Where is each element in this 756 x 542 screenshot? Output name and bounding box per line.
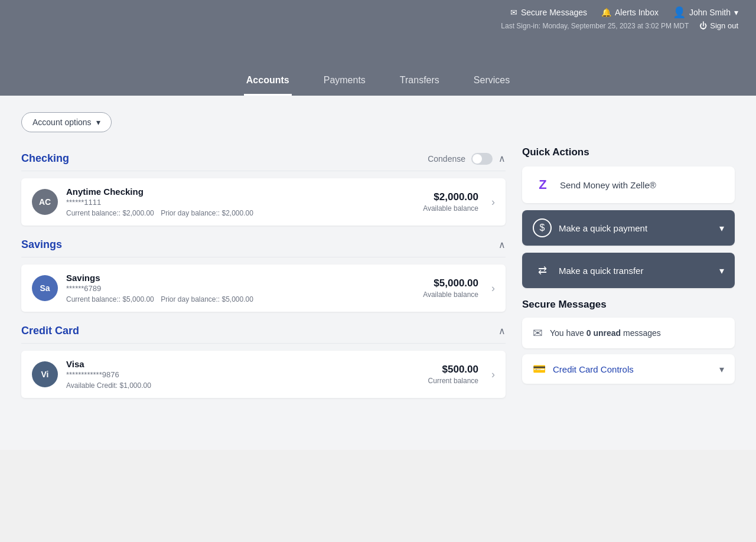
checking-current-balance: Current balance:: $2,000.00 <box>66 209 154 217</box>
chevron-down-icon: ▾ <box>96 117 100 127</box>
envelope-icon: ✉ <box>510 8 517 17</box>
credit-card-avatar: Vi <box>32 361 58 387</box>
cc-controls-chevron-down-icon: ▾ <box>719 364 724 375</box>
payment-icon: $ <box>533 218 552 237</box>
message-envelope-icon: ✉ <box>533 326 543 340</box>
last-signin-area: Last Sign-in: Monday, September 25, 2023… <box>0 21 756 34</box>
transfer-icon: ⇄ <box>533 261 552 280</box>
credit-card-amount: $500.00 <box>442 364 478 376</box>
savings-chevron-right: › <box>491 282 495 295</box>
header: ✉ Secure Messages 🔔 Alerts Inbox 👤 John … <box>0 0 756 96</box>
savings-avatar: Sa <box>32 275 58 301</box>
checking-prior-balance: Prior day balance:: $2,000.00 <box>161 209 253 217</box>
main-nav: Accounts Payments Transfers Services <box>0 69 756 96</box>
user-avatar-icon: 👤 <box>673 6 686 19</box>
credit-card-account-right: $500.00 Current balance <box>428 364 478 385</box>
credit-card-account-name: Visa <box>66 359 420 369</box>
payment-chevron-down-icon: ▾ <box>719 223 724 234</box>
user-menu[interactable]: 👤 John Smith ▾ <box>673 6 738 19</box>
secure-messages-label: Secure Messages <box>521 8 587 17</box>
credit-card-collapse-icon[interactable]: ∧ <box>498 325 506 337</box>
savings-section-header: Savings ∧ <box>21 233 506 257</box>
savings-account-card[interactable]: Sa Savings ******6789 Current balance:: … <box>21 265 506 312</box>
credit-card-controls-label: Credit Card Controls <box>553 364 712 374</box>
condense-label: Condense <box>428 154 465 164</box>
savings-amount: $5,000.00 <box>434 277 478 289</box>
unread-messages-card[interactable]: ✉ You have 0 unread messages <box>522 318 735 348</box>
savings-account-info: Savings ******6789 Current balance:: $5,… <box>66 273 415 303</box>
credit-card-account-info: Visa ************9876 Available Credit: … <box>66 359 420 390</box>
transfer-chevron-down-icon: ▾ <box>719 265 724 276</box>
account-options-button[interactable]: Account options ▾ <box>21 112 112 132</box>
condense-toggle[interactable] <box>471 153 493 165</box>
credit-card-balance-label: Current balance <box>428 377 478 385</box>
checking-section-header: Checking Condense ∧ <box>21 146 506 171</box>
checking-amount: $2,000.00 <box>434 191 478 203</box>
nav-transfers[interactable]: Transfers <box>397 69 442 96</box>
last-signin-text: Last Sign-in: Monday, September 25, 2023… <box>501 22 689 30</box>
zelle-action-card[interactable]: Z Send Money with Zelle® <box>522 166 735 203</box>
quick-actions-column: Quick Actions Z Send Money with Zelle® $… <box>522 146 735 405</box>
sign-out-label: Sign out <box>710 21 738 30</box>
zelle-label: Send Money with Zelle® <box>560 180 724 190</box>
secure-messages-section-title: Secure Messages <box>522 299 735 311</box>
checking-account-card[interactable]: AC Anytime Checking ******1111 Current b… <box>21 178 506 226</box>
savings-title: Savings <box>21 239 62 251</box>
credit-card-account-card[interactable]: Vi Visa ************9876 Available Credi… <box>21 351 506 398</box>
quick-actions-title: Quick Actions <box>522 146 735 158</box>
nav-accounts[interactable]: Accounts <box>244 69 292 96</box>
user-name: John Smith <box>689 8 731 17</box>
savings-collapse-icon[interactable]: ∧ <box>498 239 506 250</box>
credit-card-balances: Available Credit: $1,000.00 <box>66 381 420 390</box>
secure-messages-link[interactable]: ✉ Secure Messages <box>510 8 587 17</box>
header-top: ✉ Secure Messages 🔔 Alerts Inbox 👤 John … <box>0 0 756 21</box>
main-content: Account options ▾ Checking Condense ∧ AC <box>0 96 756 450</box>
sign-out-button[interactable]: ⏻ Sign out <box>699 21 738 30</box>
credit-card-controls-card[interactable]: 💳 Credit Card Controls ▾ <box>522 354 735 384</box>
savings-account-number: ******6789 <box>66 284 415 293</box>
savings-account-name: Savings <box>66 273 415 283</box>
nav-payments[interactable]: Payments <box>321 69 368 96</box>
chevron-down-icon: ▾ <box>734 8 738 17</box>
credit-card-controls-icon: 💳 <box>533 363 546 376</box>
transfer-label: Make a quick transfer <box>559 266 712 276</box>
checking-avatar: AC <box>32 189 58 215</box>
bell-icon: 🔔 <box>601 8 611 17</box>
savings-section: Savings ∧ Sa Savings ******6789 Current … <box>21 233 506 312</box>
credit-card-chevron-right: › <box>491 368 495 381</box>
checking-controls: Condense ∧ <box>428 153 506 165</box>
account-options-label: Account options <box>32 117 92 127</box>
savings-account-right: $5,000.00 Available balance <box>423 277 478 299</box>
zelle-icon: Z <box>533 175 553 195</box>
credit-card-section-header: Credit Card ∧ <box>21 319 506 344</box>
nav-services[interactable]: Services <box>471 69 512 96</box>
checking-balances: Current balance:: $2,000.00 Prior day ba… <box>66 209 415 217</box>
savings-balance-label: Available balance <box>423 290 478 299</box>
unread-count-bold: 0 unread <box>586 328 621 338</box>
accounts-column: Checking Condense ∧ AC Anytime Checking … <box>21 146 506 405</box>
alerts-inbox-link[interactable]: 🔔 Alerts Inbox <box>601 8 659 17</box>
credit-card-section: Credit Card ∧ Vi Visa ************9876 A… <box>21 319 506 398</box>
savings-prior-balance: Prior day balance:: $5,000.00 <box>161 295 253 303</box>
credit-card-account-number: ************9876 <box>66 370 420 379</box>
checking-account-info: Anytime Checking ******1111 Current bala… <box>66 187 415 217</box>
checking-balance-label: Available balance <box>423 204 478 213</box>
savings-current-balance: Current balance:: $5,000.00 <box>66 295 154 303</box>
quick-payment-card[interactable]: $ Make a quick payment ▾ <box>522 210 735 246</box>
checking-title: Checking <box>21 152 69 165</box>
alerts-inbox-label: Alerts Inbox <box>615 8 659 17</box>
checking-section: Checking Condense ∧ AC Anytime Checking … <box>21 146 506 226</box>
savings-balances: Current balance:: $5,000.00 Prior day ba… <box>66 295 415 303</box>
main-two-col: Checking Condense ∧ AC Anytime Checking … <box>21 146 735 405</box>
quick-transfer-card[interactable]: ⇄ Make a quick transfer ▾ <box>522 253 735 288</box>
payment-label: Make a quick payment <box>559 223 712 233</box>
credit-card-title: Credit Card <box>21 325 79 337</box>
checking-account-number: ******1111 <box>66 198 415 207</box>
checking-collapse-icon[interactable]: ∧ <box>498 153 506 164</box>
checking-chevron-right: › <box>491 196 495 208</box>
unread-message-text: You have 0 unread messages <box>550 328 724 338</box>
checking-account-name: Anytime Checking <box>66 187 415 197</box>
power-icon: ⏻ <box>699 21 707 30</box>
checking-account-right: $2,000.00 Available balance <box>423 191 478 213</box>
credit-card-available-credit: Available Credit: $1,000.00 <box>66 381 151 390</box>
